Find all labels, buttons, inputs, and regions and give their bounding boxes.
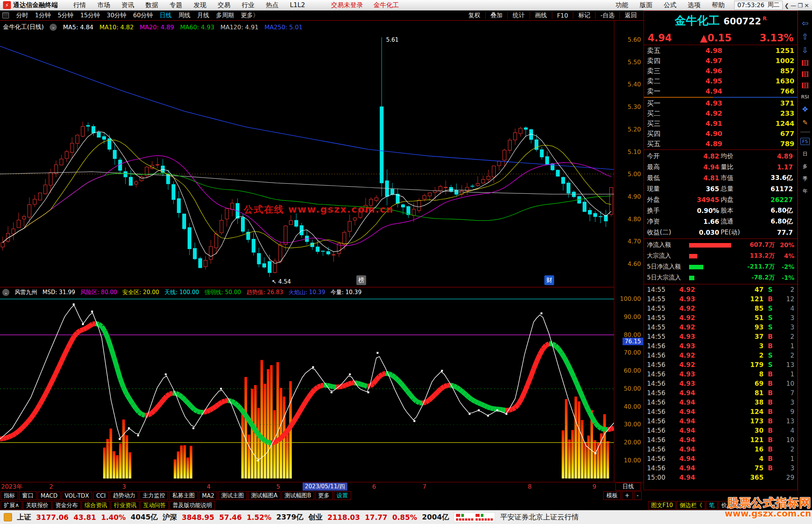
indicator-tab-7[interactable]: 私募主图 <box>169 491 198 500</box>
menu-item-4[interactable]: 专题 <box>164 1 188 9</box>
window-layout-icon[interactable] <box>2 12 9 18</box>
down-arrow-icon[interactable]: ⇩ <box>802 47 809 54</box>
period-tab-2[interactable]: 5分钟 <box>54 12 77 20</box>
indicator-tab-12[interactable]: 更多 <box>315 491 333 500</box>
window-button-0[interactable]: ❮ <box>784 2 789 9</box>
right-menu-item-0[interactable]: 功能 <box>610 1 634 9</box>
menu-item-0[interactable]: 行情 <box>68 1 92 9</box>
tool-button-7[interactable]: 返回 <box>620 12 641 20</box>
bid-row-2[interactable]: 买三4.911244 <box>644 118 797 128</box>
info-tab-5[interactable]: 互动问答 <box>140 501 169 510</box>
indicator-tab-10[interactable]: 测试幅图A <box>248 491 280 500</box>
menu-item-1[interactable]: 市场 <box>92 1 116 9</box>
period-tab-5[interactable]: 60分钟 <box>130 12 156 20</box>
index-name-1[interactable]: 沪深 <box>162 512 177 522</box>
indicator-tab-3[interactable]: VOL-TDX <box>62 492 92 500</box>
candlestick-chart[interactable]: 5.61↖ 4.54 <box>0 21 614 287</box>
template-button-2[interactable]: - <box>634 491 642 500</box>
menu-item-6[interactable]: 交易 <box>212 1 236 9</box>
up-arrow-icon[interactable]: ⇧ <box>802 33 809 41</box>
move-tool-icon[interactable]: ✥ <box>802 105 808 113</box>
index-name-0[interactable]: 上证 <box>17 512 31 522</box>
ask-row-0[interactable]: 卖五4.981251 <box>644 45 797 56</box>
info-tab-6[interactable]: 普及版功能说明 <box>170 501 215 510</box>
finance-badge[interactable]: 财 <box>544 275 554 285</box>
period-tab-9[interactable]: 多周期 <box>212 12 237 20</box>
info-right-tab-2[interactable]: 笔 <box>706 501 718 510</box>
info-tab-0[interactable]: 扩展∧ <box>1 501 22 510</box>
kline-tool-icon-3[interactable] <box>802 83 809 88</box>
right-menu-item-4[interactable]: 帮助 <box>706 1 730 9</box>
menu-item-8[interactable]: 热点 <box>260 1 284 9</box>
period-tab-0[interactable]: 分时 <box>13 12 32 20</box>
menu-item-2[interactable]: 资讯 <box>116 1 140 9</box>
tick-list[interactable]: 14:554.9247S214:554.93121B1214:554.9285S… <box>644 285 797 482</box>
tool-button-2[interactable]: 统计 <box>508 12 529 20</box>
indicator-tab-2[interactable]: MACD <box>38 492 61 500</box>
tool-button-3[interactable]: 画线 <box>530 12 551 20</box>
template-button-1[interactable]: + <box>622 491 633 500</box>
indicator-chart[interactable] <box>0 297 614 482</box>
menu-item-9[interactable]: L1L2 <box>284 1 311 9</box>
period-quarter-button[interactable]: 季 <box>803 175 807 182</box>
tool-button-0[interactable]: 复权 <box>464 12 485 20</box>
period-tab-1[interactable]: 1分钟 <box>32 12 54 20</box>
period-tab-7[interactable]: 周线 <box>175 12 194 20</box>
trade-login-status[interactable]: 交易未登录 <box>326 1 368 9</box>
indicator-tab-1[interactable]: 窗口 <box>19 491 36 500</box>
right-menu-item-2[interactable]: 公式 <box>658 1 682 9</box>
period-year-button[interactable]: 年 <box>803 188 807 195</box>
info-tab-4[interactable]: 行业资讯 <box>111 501 139 510</box>
indicator-tab-5[interactable]: 趋势动力 <box>110 491 138 500</box>
draw-pencil-icon[interactable]: ✎ <box>802 119 807 126</box>
bid-row-3[interactable]: 买四4.90677 <box>644 128 797 139</box>
f5-refresh-button[interactable]: F5 <box>800 138 810 145</box>
menu-item-5[interactable]: 发现 <box>188 1 212 9</box>
indicator-tab-8[interactable]: MA2 <box>199 492 217 500</box>
window-button-2[interactable]: ❐ <box>798 2 803 9</box>
rank-badge[interactable]: 榜 <box>356 275 366 285</box>
kline-tool-icon-1[interactable] <box>802 60 809 66</box>
period-tab-3[interactable]: 15分钟 <box>77 12 103 20</box>
period-day-button[interactable]: 日 <box>803 151 807 157</box>
indicator-tab-4[interactable]: CCI <box>93 492 109 500</box>
collapse-chevron-icon[interactable]: ⌄ <box>50 24 57 31</box>
info-right-tab-0[interactable]: 图文F10 <box>648 501 676 510</box>
bid-row-0[interactable]: 买一4.93371 <box>644 98 797 108</box>
info-right-tab-1[interactable]: 侧边栏《 <box>677 501 705 510</box>
period-tab-10[interactable]: 更多〉 <box>237 12 262 20</box>
tool-button-4[interactable]: F10 <box>553 12 573 19</box>
ask-row-3[interactable]: 卖二4.951630 <box>644 76 797 86</box>
menu-item-3[interactable]: 数据 <box>140 1 164 9</box>
window-button-1[interactable]: — <box>791 2 796 9</box>
indicator-tab-0[interactable]: 指标 <box>1 491 18 500</box>
indicator-tab-13[interactable]: 设置 <box>334 491 351 500</box>
right-menu-item-3[interactable]: 选项 <box>682 1 706 9</box>
rsi-shortcut-button[interactable]: RSI <box>801 94 809 100</box>
right-menu-item-1[interactable]: 版面 <box>634 1 658 9</box>
tool-button-6[interactable]: -自选 <box>596 12 619 20</box>
ask-row-4[interactable]: 卖一4.94766 <box>644 86 797 96</box>
ask-row-1[interactable]: 卖四4.971002 <box>644 56 797 66</box>
template-button-0[interactable]: 模板 <box>603 491 621 500</box>
tool-button-1[interactable]: 叠加 <box>486 12 507 20</box>
collapse-chevron-icon[interactable]: ⌄ <box>2 289 9 296</box>
window-button-3[interactable]: ✕ <box>804 2 809 9</box>
indicator-tab-11[interactable]: 测试幅图B <box>282 491 314 500</box>
indicator-tab-9[interactable]: 测试主图 <box>218 491 247 500</box>
info-tab-1[interactable]: 关联报价 <box>23 501 52 510</box>
period-multi-button[interactable]: 多 <box>803 163 807 170</box>
tool-button-5[interactable]: 标记 <box>574 12 595 20</box>
bid-row-1[interactable]: 买二4.92233 <box>644 108 797 118</box>
period-tab-8[interactable]: 月线 <box>194 12 212 20</box>
kline-tool-icon-2[interactable] <box>802 71 809 77</box>
period-tab-6[interactable]: 日线 <box>156 12 175 20</box>
info-tab-2[interactable]: 资金分布 <box>52 501 81 510</box>
period-tab-4[interactable]: 30分钟 <box>103 12 130 20</box>
index-name-2[interactable]: 创业 <box>308 512 323 522</box>
ask-row-2[interactable]: 卖三4.96857 <box>644 66 797 76</box>
bid-row-4[interactable]: 买五4.89789 <box>644 139 797 149</box>
info-tab-3[interactable]: 综合资讯 <box>82 501 110 510</box>
indicator-tab-6[interactable]: 主力监控 <box>139 491 168 500</box>
menu-item-7[interactable]: 行业 <box>236 1 260 9</box>
